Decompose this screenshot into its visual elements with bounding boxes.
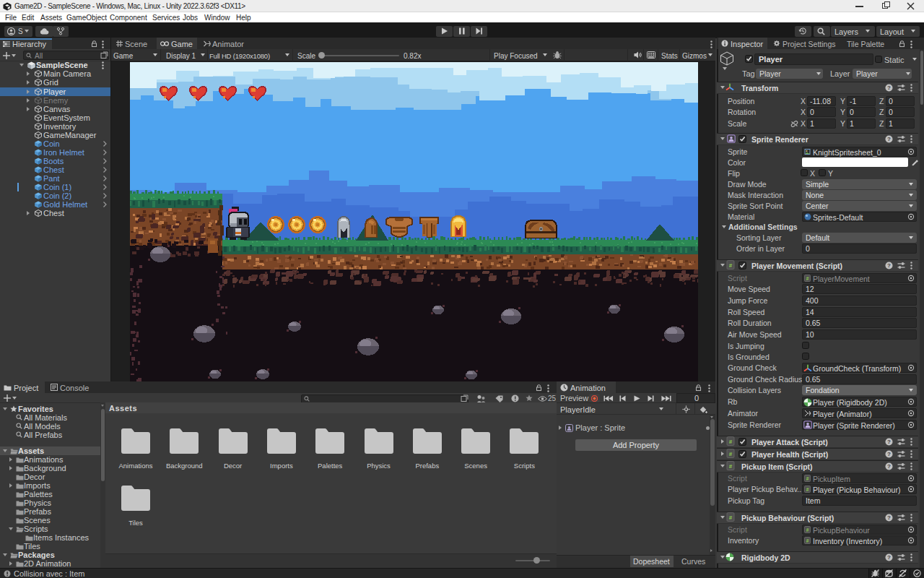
svg-text:#: # xyxy=(729,514,733,521)
svg-text:?: ? xyxy=(887,439,891,445)
svg-text:#: # xyxy=(729,463,733,470)
svg-text:#: # xyxy=(806,276,809,281)
svg-text:?: ? xyxy=(887,514,891,521)
svg-text:#: # xyxy=(806,538,809,543)
svg-text:#: # xyxy=(806,487,809,492)
svg-text:#: # xyxy=(729,451,733,457)
svg-text:#: # xyxy=(806,476,809,481)
svg-text:#: # xyxy=(806,527,809,532)
svg-text:?: ? xyxy=(887,451,891,457)
svg-text:?: ? xyxy=(887,262,891,269)
svg-text:?: ? xyxy=(887,136,891,142)
svg-text:#: # xyxy=(729,262,733,269)
svg-text:#: # xyxy=(729,439,733,445)
svg-text:?: ? xyxy=(887,554,891,561)
svg-text:?: ? xyxy=(887,85,891,91)
svg-text:?: ? xyxy=(887,463,891,470)
